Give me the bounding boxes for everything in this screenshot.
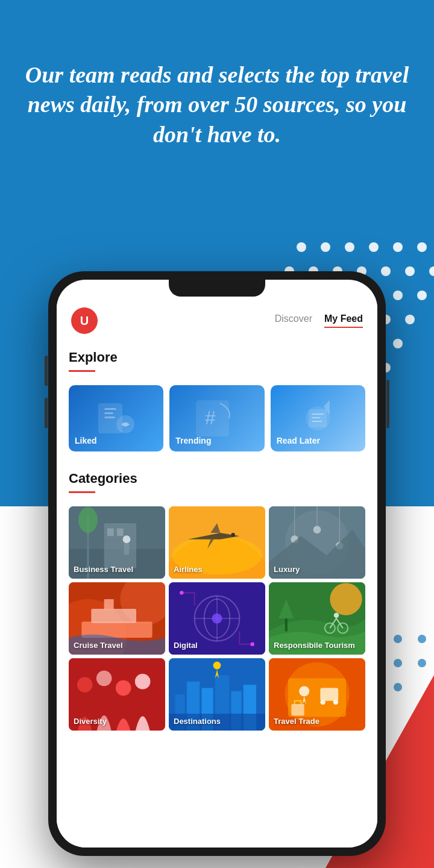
svg-rect-75 (124, 543, 130, 555)
svg-point-19 (417, 291, 427, 300)
svg-rect-93 (104, 599, 114, 610)
category-travel-trade[interactable]: Travel Trade (269, 658, 365, 731)
svg-point-2 (345, 242, 354, 252)
svg-point-48 (418, 659, 426, 667)
svg-point-43 (394, 635, 402, 643)
svg-point-101 (250, 642, 254, 646)
explore-underline (69, 370, 95, 372)
tab-discover[interactable]: Discover (275, 313, 312, 328)
svg-point-110 (77, 677, 93, 693)
readlater-illustration (294, 397, 342, 439)
svg-rect-64 (312, 414, 324, 415)
svg-point-79 (231, 533, 234, 536)
svg-point-1 (321, 242, 330, 252)
business-travel-label: Business Travel (74, 565, 133, 574)
category-digital[interactable]: Digital (169, 582, 265, 655)
svg-rect-56 (104, 408, 116, 410)
categories-underline (69, 491, 95, 493)
cruise-travel-label: Cruise Travel (74, 641, 123, 650)
app-header: U Discover My Feed (57, 297, 377, 340)
svg-point-74 (123, 535, 131, 543)
category-luxury[interactable]: Luxury (269, 506, 365, 579)
svg-rect-72 (107, 529, 114, 536)
digital-label: Digital (174, 641, 198, 650)
explore-section: Explore (57, 340, 377, 385)
svg-point-30 (393, 339, 403, 348)
svg-point-121 (213, 662, 221, 670)
explore-card-liked[interactable]: Liked (69, 385, 163, 451)
phone-mockup: U Discover My Feed Explore (48, 271, 386, 856)
explore-cards-row: Liked # Trending (57, 385, 377, 451)
svg-point-3 (369, 242, 379, 252)
hero-text: Our team reads and selects the top trave… (24, 60, 410, 149)
svg-point-51 (394, 683, 402, 691)
svg-point-111 (96, 671, 112, 687)
phone-notch (169, 280, 265, 297)
svg-point-128 (320, 700, 326, 705)
airlines-label: Airlines (174, 565, 203, 574)
phone-volume-up (45, 356, 48, 386)
svg-point-12 (429, 266, 434, 276)
explore-card-read-later[interactable]: Read Later (271, 385, 365, 451)
app-logo[interactable]: U (71, 307, 98, 334)
category-business-travel[interactable]: Business Travel (69, 506, 165, 579)
category-airlines[interactable]: Airlines (169, 506, 265, 579)
svg-point-47 (394, 659, 402, 667)
svg-point-108 (334, 612, 339, 618)
phone-screen: U Discover My Feed Explore (57, 280, 377, 848)
svg-point-112 (116, 681, 131, 696)
svg-rect-57 (104, 412, 113, 414)
categories-section: Categories (57, 461, 377, 506)
svg-point-126 (299, 686, 309, 696)
svg-rect-73 (117, 529, 124, 536)
svg-point-103 (330, 583, 362, 615)
svg-point-11 (405, 266, 415, 276)
svg-point-0 (297, 242, 306, 252)
svg-point-99 (212, 613, 222, 623)
read-later-label: Read Later (277, 436, 320, 445)
svg-point-113 (135, 674, 151, 690)
phone-outer: U Discover My Feed Explore (48, 271, 386, 856)
luxury-label: Luxury (274, 565, 300, 574)
diversity-label: Diversity (74, 717, 107, 726)
svg-point-85 (313, 526, 321, 533)
phone-volume-down (45, 398, 48, 428)
svg-point-70 (78, 507, 98, 533)
destinations-label: Destinations (174, 717, 221, 726)
svg-point-25 (405, 315, 415, 324)
liked-label: Liked (75, 436, 97, 445)
phone-power-button (386, 380, 389, 428)
trending-label: Trending (175, 436, 211, 445)
app-content: U Discover My Feed Explore (57, 297, 377, 848)
category-diversity[interactable]: Diversity (69, 658, 165, 731)
explore-title: Explore (69, 350, 365, 365)
travel-trade-label: Travel Trade (274, 717, 319, 726)
category-cruise-travel[interactable]: Cruise Travel (69, 582, 165, 655)
svg-rect-127 (320, 688, 338, 700)
responsible-tourism-label: Responsibile Tourism (274, 641, 355, 650)
category-responsible-tourism[interactable]: Responsibile Tourism (269, 582, 365, 655)
categories-grid: Business Travel (57, 506, 377, 731)
liked-illustration (92, 397, 140, 439)
trending-illustration: # (193, 397, 241, 439)
svg-rect-58 (104, 417, 115, 418)
svg-text:#: # (205, 407, 216, 429)
categories-title: Categories (69, 471, 365, 486)
svg-rect-65 (312, 417, 320, 418)
svg-point-4 (393, 242, 403, 252)
svg-rect-92 (91, 609, 136, 623)
svg-point-5 (417, 242, 427, 252)
explore-card-trending[interactable]: # Trending (169, 385, 264, 451)
svg-point-129 (333, 700, 339, 705)
tab-my-feed[interactable]: My Feed (324, 313, 363, 328)
nav-tabs: Discover My Feed (275, 313, 363, 328)
svg-rect-130 (291, 704, 304, 715)
category-destinations[interactable]: Destinations (169, 658, 265, 731)
svg-point-100 (180, 591, 183, 594)
svg-rect-66 (312, 421, 322, 422)
svg-point-44 (418, 635, 426, 643)
svg-point-18 (393, 291, 403, 300)
